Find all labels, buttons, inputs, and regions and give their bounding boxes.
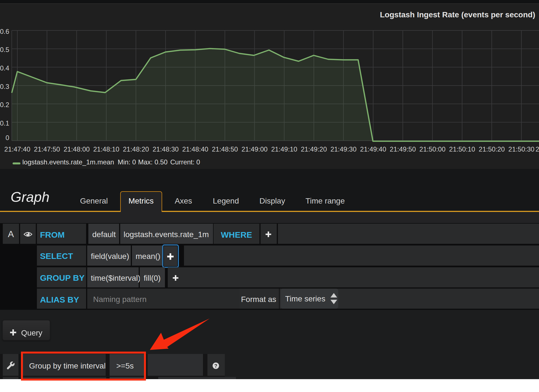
svg-text:Current: 0: Current: 0: [170, 158, 200, 166]
svg-text:21:49:10: 21:49:10: [271, 145, 297, 153]
svg-text:21:50:30: 21:50:30: [508, 145, 534, 153]
svg-text:21:49:50: 21:49:50: [390, 145, 416, 153]
svg-text:21:50:40: 21:50:40: [536, 145, 539, 153]
svg-text:21:48:10: 21:48:10: [93, 145, 119, 153]
svg-text:0.5: 0.5: [0, 46, 9, 53]
svg-text:21:48:40: 21:48:40: [182, 145, 208, 153]
svg-text:21:49:20: 21:49:20: [301, 145, 327, 153]
svg-text:Max: 0.50: Max: 0.50: [138, 158, 167, 166]
svg-text:21:47:50: 21:47:50: [34, 145, 60, 153]
svg-text:21:49:30: 21:49:30: [330, 145, 356, 153]
svg-text:21:48:00: 21:48:00: [63, 145, 89, 153]
svg-text:0.1: 0.1: [0, 119, 9, 127]
svg-text:logstash.events.rate_1m.mean: logstash.events.rate_1m.mean: [22, 158, 114, 166]
svg-text:Logstash Ingest Rate (events p: Logstash Ingest Rate (events per second): [380, 10, 535, 19]
svg-text:21:48:30: 21:48:30: [153, 145, 179, 153]
svg-text:?: ?: [214, 363, 218, 369]
svg-text:21:47:40: 21:47:40: [4, 145, 30, 153]
svg-text:21:49:00: 21:49:00: [242, 145, 268, 153]
svg-text:0.3: 0.3: [0, 83, 9, 90]
svg-text:21:49:40: 21:49:40: [360, 145, 386, 153]
svg-text:0.2: 0.2: [0, 101, 9, 108]
svg-text:0.4: 0.4: [0, 64, 9, 72]
svg-text:0: 0: [6, 134, 9, 141]
svg-text:0.6: 0.6: [0, 28, 9, 35]
svg-text:21:50:20: 21:50:20: [479, 145, 505, 153]
svg-text:Min: 0: Min: 0: [118, 158, 136, 166]
svg-text:21:50:00: 21:50:00: [419, 145, 445, 153]
svg-text:21:48:20: 21:48:20: [123, 145, 149, 153]
svg-text:21:50:10: 21:50:10: [449, 145, 475, 153]
svg-text:21:48:50: 21:48:50: [212, 145, 238, 153]
